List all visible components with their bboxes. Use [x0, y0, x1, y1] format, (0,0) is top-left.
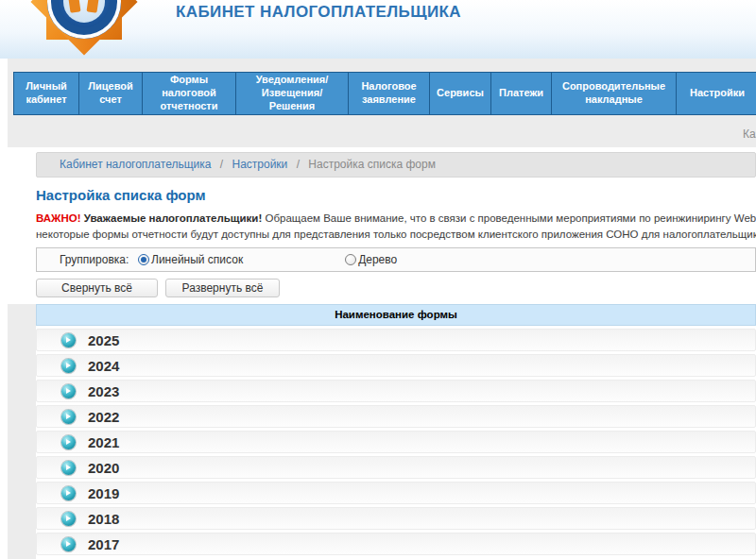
forms-table-zone: Наименование формы 2025 2024 2023 2022 2… [8, 304, 756, 559]
expand-icon[interactable] [61, 512, 76, 526]
notice-text-2: некоторые формы отчетности будут доступн… [36, 229, 756, 240]
committee-logo-icon [27, 0, 141, 59]
nav-tab-payments[interactable]: Платежи [491, 73, 551, 114]
nav-tab-personal-account[interactable]: Лицевой счет [79, 73, 142, 114]
app-header: КАБИНЕТ НАЛОГОПЛАТЕЛЬЩИКА [0, 0, 756, 59]
expand-icon[interactable] [61, 384, 76, 398]
year-label: 2025 [88, 332, 119, 348]
radio-selected-icon[interactable] [138, 254, 149, 265]
year-label: 2021 [88, 434, 119, 450]
page-title: Настройка списка форм [36, 187, 206, 203]
expand-icon[interactable] [61, 359, 76, 373]
table-left-gutter [8, 304, 36, 559]
year-label: 2019 [88, 485, 119, 501]
table-row-year-2019[interactable]: 2019 [36, 482, 756, 504]
expand-icon[interactable] [61, 435, 76, 449]
nav-tab-notifications[interactable]: Уведомления/ Извещения/ Решения [236, 73, 348, 114]
breadcrumb-link-cabinet[interactable]: Кабинет налогоплательщика [60, 158, 211, 171]
actions-row: Свернуть всё Развернуть всё [36, 279, 280, 297]
year-label: 2018 [88, 511, 119, 527]
breadcrumb-current: Настройка списка форм [308, 158, 436, 171]
notice-text-1: Обращаем Ваше внимание, что в связи с пр… [265, 212, 756, 224]
nav-tab-settings[interactable]: Настройки [677, 73, 756, 114]
expand-icon[interactable] [61, 486, 76, 500]
year-label: 2023 [88, 383, 119, 399]
breadcrumb-separator: / [220, 158, 223, 171]
year-label: 2022 [88, 409, 119, 425]
breadcrumb-separator: / [297, 158, 300, 171]
important-notice: ВАЖНО! Уважаемые налогоплательщики! Обра… [36, 211, 756, 243]
notice-greeting: Уважаемые налогоплательщики! [84, 212, 263, 224]
table-row-year-2017[interactable]: 2017 [36, 533, 756, 555]
year-label: 2024 [88, 358, 119, 374]
nav-tab-tax-application[interactable]: Налоговое заявление [349, 73, 429, 114]
logo-figure-left [68, 0, 81, 13]
forms-table: Наименование формы 2025 2024 2023 2022 2… [36, 304, 756, 559]
breadcrumb-link-settings[interactable]: Настройки [232, 158, 287, 171]
expand-icon[interactable] [61, 333, 76, 347]
nav-tab-tax-report-forms[interactable]: Формы налоговой отчетности [143, 73, 235, 114]
table-row-year-2025[interactable]: 2025 [36, 329, 756, 351]
notice-line-2: некоторые формы отчетности будут доступн… [36, 227, 756, 243]
nav-tab-personal-cabinet[interactable]: Личный кабинет [14, 73, 78, 114]
app-title: КАБИНЕТ НАЛОГОПЛАТЕЛЬЩИКА [176, 3, 461, 22]
notice-line-1: ВАЖНО! Уважаемые налогоплательщики! Обра… [36, 211, 756, 227]
grouping-label: Группировка: [60, 253, 138, 266]
radio-option-tree[interactable]: Дерево [345, 253, 397, 266]
table-row-year-2022[interactable]: 2022 [36, 405, 756, 428]
radio-unselected-icon[interactable] [345, 254, 356, 265]
expand-icon[interactable] [61, 461, 76, 475]
language-switch-link[interactable]: Казақша [743, 127, 756, 141]
radio-option-label: Линейный список [151, 253, 243, 266]
table-row-year-2021[interactable]: 2021 [36, 431, 756, 453]
year-label: 2020 [88, 460, 119, 476]
nav-band: Личный кабинет Лицевой счет Формы налого… [8, 59, 756, 147]
main-nav: Личный кабинет Лицевой счет Формы налого… [13, 72, 756, 115]
radio-option-linear-list[interactable]: Линейный список [138, 253, 243, 266]
notice-important-label: ВАЖНО! [36, 212, 81, 224]
breadcrumb: Кабинет налогоплательщика / Настройки / … [36, 152, 756, 178]
expand-icon[interactable] [61, 410, 76, 424]
nav-tab-waybills[interactable]: Сопроводительные накладные [552, 73, 676, 114]
table-header-form-name: Наименование формы [36, 304, 756, 326]
nav-tab-services[interactable]: Сервисы [430, 73, 490, 114]
collapse-all-button[interactable]: Свернуть всё [36, 279, 158, 297]
table-row-year-2018[interactable]: 2018 [36, 507, 756, 530]
table-row-year-2020[interactable]: 2020 [36, 456, 756, 479]
grouping-box: Группировка: Линейный список Дерево [36, 247, 756, 272]
radio-option-label: Дерево [358, 253, 397, 266]
year-label: 2017 [88, 536, 119, 552]
expand-icon[interactable] [61, 537, 76, 551]
table-row-year-2023[interactable]: 2023 [36, 380, 756, 402]
expand-all-button[interactable]: Развернуть всё [165, 279, 280, 297]
table-row-year-2024[interactable]: 2024 [36, 354, 756, 377]
